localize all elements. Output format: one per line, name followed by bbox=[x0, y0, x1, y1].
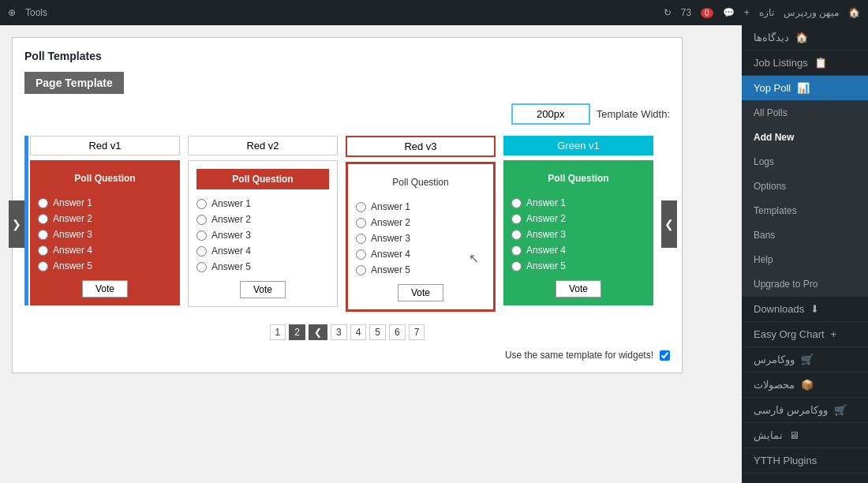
template-width-input[interactable] bbox=[511, 103, 590, 125]
radio-4-green-v1[interactable] bbox=[511, 245, 522, 256]
page-3[interactable]: 3 bbox=[331, 324, 347, 340]
box-title: Poll Templates bbox=[24, 50, 670, 62]
radio-2-red-v3[interactable] bbox=[356, 218, 366, 228]
radio-1-red-v1[interactable] bbox=[38, 198, 48, 208]
sidebar-item-add-new[interactable]: Add New bbox=[742, 125, 868, 150]
sidebar-label-easy-org-chart: Easy Org Chart bbox=[754, 328, 825, 340]
vote-btn-red-v1[interactable]: Vote bbox=[82, 280, 128, 298]
variant-label-red-v1[interactable] bbox=[30, 136, 180, 155]
poll-card-green-v1: Poll Question Answer 1 Answer 2 Answer 3… bbox=[503, 160, 653, 305]
sidebar-item-help[interactable]: Help bbox=[742, 248, 868, 272]
sidebar-label-yop-poll: Yop Poll bbox=[754, 82, 791, 94]
poll-answer-4-red-v3: Answer 4 bbox=[356, 246, 485, 262]
radio-1-red-v3[interactable] bbox=[356, 202, 366, 212]
widget-row: !Use the same template for widgets bbox=[24, 350, 670, 361]
page-next-arrow[interactable]: ❯ bbox=[309, 324, 327, 340]
radio-1-red-v2[interactable] bbox=[196, 199, 207, 209]
scroll-right-arrow[interactable]: ❮ bbox=[661, 200, 677, 248]
poll-answer-1-green-v1: Answer 1 bbox=[511, 195, 645, 211]
poll-answer-5-red-v3: Answer 5 bbox=[356, 262, 485, 278]
home-icon[interactable]: 🏠 bbox=[848, 7, 860, 18]
radio-5-red-v2[interactable] bbox=[196, 262, 207, 272]
new-label[interactable]: تازه bbox=[759, 7, 774, 18]
page-1[interactable]: 1 bbox=[270, 324, 286, 340]
variant-label-green-v1[interactable] bbox=[503, 136, 653, 155]
page-template-button[interactable]: Page Template bbox=[24, 72, 124, 94]
radio-5-red-v1[interactable] bbox=[38, 261, 48, 271]
poll-answer-1-red-v3: Answer 1 bbox=[356, 199, 485, 215]
radio-2-red-v2[interactable] bbox=[196, 215, 207, 225]
vote-btn-red-v3[interactable]: Vote bbox=[398, 284, 443, 301]
sidebar-item-job-listings[interactable]: 📋 Job Listings bbox=[742, 51, 868, 76]
sidebar-item-logs[interactable]: Logs bbox=[742, 150, 868, 174]
radio-5-green-v1[interactable] bbox=[511, 261, 522, 271]
poll-answer-5-green-v1: Answer 5 bbox=[511, 258, 645, 274]
poll-question-red-v1: Poll Question bbox=[38, 168, 172, 189]
sidebar-item-upgrade[interactable]: Upgrade to Pro bbox=[742, 272, 868, 297]
radio-3-green-v1[interactable] bbox=[511, 230, 522, 240]
radio-5-red-v3[interactable] bbox=[356, 265, 366, 275]
sidebar-item-products[interactable]: 📦 محصولات bbox=[742, 373, 868, 398]
plus-icon[interactable]: + bbox=[744, 7, 750, 18]
sidebar-item-woocommerce[interactable]: 🛒 ووکامرس bbox=[742, 347, 868, 373]
sidebar-label-logs: Logs bbox=[754, 156, 774, 167]
poll-answer-2-red-v2: Answer 2 bbox=[196, 212, 329, 227]
comment-icon[interactable]: 💬 bbox=[723, 7, 735, 18]
sidebar-item-ytth[interactable]: YTTH Plugins bbox=[742, 448, 868, 474]
radio-4-red-v1[interactable] bbox=[38, 245, 48, 256]
poll-card-red-v2: Poll Question Answer 1 Answer 2 Answer 3… bbox=[188, 160, 338, 307]
variant-label-red-v3[interactable] bbox=[346, 136, 496, 157]
poll-question-red-v2: Poll Question bbox=[196, 169, 329, 189]
radio-1-green-v1[interactable] bbox=[511, 198, 522, 208]
page-2-current[interactable]: 2 bbox=[289, 324, 305, 340]
radio-3-red-v3[interactable] bbox=[356, 234, 366, 244]
sidebar-label-bans: Bans bbox=[754, 230, 775, 241]
sidebar-label-products: محصولات bbox=[754, 379, 795, 391]
sidebar-label-all-polls: All Polls bbox=[754, 107, 788, 118]
wp-logo-icon: ⊕ bbox=[8, 7, 16, 18]
variant-red-v1: Poll Question Answer 1 Answer 2 Answer 3… bbox=[24, 136, 180, 305]
poll-question-red-v3: Poll Question bbox=[356, 172, 485, 193]
sidebar-item-dashboard[interactable]: 🏠 دیدگاه‌ها bbox=[742, 25, 868, 51]
poll-answer-2-green-v1: Answer 2 bbox=[511, 211, 645, 227]
page-5[interactable]: 5 bbox=[369, 324, 386, 340]
sidebar-item-yop-poll[interactable]: 📊 Yop Poll bbox=[742, 76, 868, 101]
sidebar-label-job-listings: Job Listings bbox=[754, 57, 808, 69]
radio-3-red-v1[interactable] bbox=[38, 230, 48, 240]
site-name[interactable]: میهن وردپرس bbox=[784, 7, 839, 18]
page-4[interactable]: 4 bbox=[350, 324, 367, 340]
sidebar-item-all-polls[interactable]: All Polls bbox=[742, 101, 868, 125]
radio-3-red-v2[interactable] bbox=[196, 230, 207, 241]
radio-4-red-v2[interactable] bbox=[196, 246, 207, 256]
poll-answer-3-red-v3: Answer 3 bbox=[356, 230, 485, 246]
sidebar-item-bans[interactable]: Bans bbox=[742, 223, 868, 248]
woo2-icon: 🛒 bbox=[834, 404, 847, 416]
poll-answer-3-red-v1: Answer 3 bbox=[38, 227, 172, 242]
update-count[interactable]: 73 bbox=[681, 7, 691, 18]
variant-green-v1: Poll Question Answer 1 Answer 2 Answer 3… bbox=[503, 136, 653, 305]
sidebar-item-downloads[interactable]: ⬇ Downloads bbox=[742, 297, 868, 322]
vote-btn-green-v1[interactable]: Vote bbox=[556, 280, 601, 298]
sidebar-item-easy-org-chart[interactable]: + Easy Org Chart bbox=[742, 322, 868, 347]
sidebar-item-templates[interactable]: Templates bbox=[742, 199, 868, 223]
sidebar-item-display[interactable]: 🖥 نمایش bbox=[742, 423, 868, 448]
poll-card-red-v1: Poll Question Answer 1 Answer 2 Answer 3… bbox=[30, 160, 180, 305]
sidebar-item-woo-farsi[interactable]: 🛒 ووکامرس فارسی bbox=[742, 398, 868, 423]
widget-checkbox[interactable] bbox=[660, 350, 670, 361]
radio-2-green-v1[interactable] bbox=[511, 214, 522, 224]
poll-card-red-v3: Poll Question Answer 1 Answer 2 Answer 3… bbox=[346, 162, 496, 312]
poll-answer-1-red-v1: Answer 1 bbox=[38, 195, 172, 211]
radio-4-red-v3[interactable] bbox=[356, 249, 366, 260]
woo-icon: 🛒 bbox=[801, 354, 814, 365]
widget-label: !Use the same template for widgets bbox=[505, 350, 653, 361]
page-7[interactable]: 7 bbox=[409, 324, 425, 340]
sidebar-item-options[interactable]: Options bbox=[742, 174, 868, 199]
plus-org-icon: + bbox=[831, 328, 837, 340]
update-icon[interactable]: ↻ bbox=[664, 7, 672, 18]
radio-2-red-v1[interactable] bbox=[38, 214, 48, 224]
page-6[interactable]: 6 bbox=[389, 324, 406, 340]
variant-red-v3: Poll Question Answer 1 Answer 2 Answer 3… bbox=[346, 136, 496, 312]
scroll-left-arrow[interactable]: ❯ bbox=[9, 200, 24, 248]
vote-btn-red-v2[interactable]: Vote bbox=[240, 281, 286, 298]
variant-label-red-v2[interactable] bbox=[188, 136, 338, 155]
